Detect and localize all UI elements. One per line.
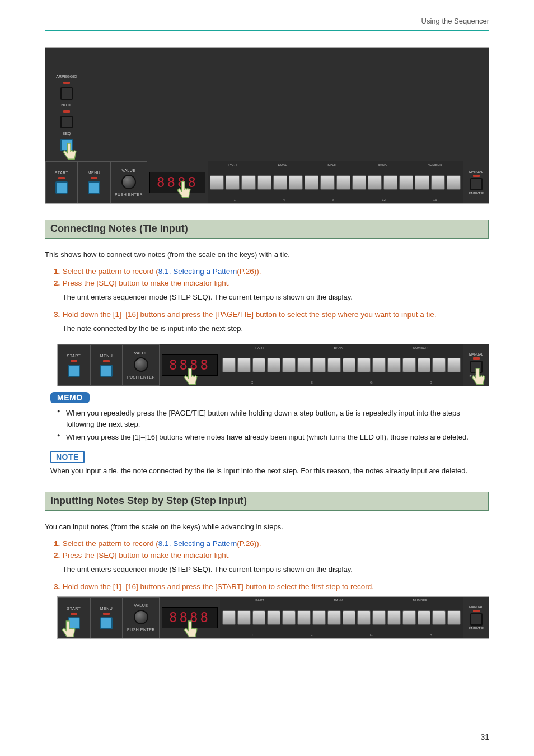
key-8 bbox=[320, 175, 334, 190]
note-label: NOTE bbox=[61, 103, 72, 107]
value-knob bbox=[134, 357, 148, 372]
key-6 bbox=[289, 175, 303, 190]
seq-label: SEQ bbox=[63, 132, 71, 136]
section1-intro: This shows how to connect two notes (fro… bbox=[45, 249, 489, 260]
value-knob bbox=[121, 175, 136, 189]
memo-list: When you repeatedly press the [PAGE/TIE]… bbox=[50, 408, 489, 443]
key-11 bbox=[368, 175, 382, 190]
start-led bbox=[58, 177, 65, 179]
step-text: Press the [SEQ] button to make the indic… bbox=[63, 551, 230, 559]
key-12 bbox=[383, 175, 397, 190]
key-14 bbox=[415, 175, 429, 190]
menu-led bbox=[91, 177, 97, 179]
menu-column: MENU bbox=[90, 597, 123, 638]
section2-steps: 1. Select the pattern to record (8.1. Se… bbox=[45, 539, 489, 591]
cursor-hand-icon bbox=[470, 367, 489, 389]
header-divider bbox=[45, 30, 489, 31]
note-badge: NOTE bbox=[50, 451, 85, 463]
value-column: VALUEPUSH ENTER bbox=[123, 344, 160, 386]
section1-steps: 1. Select the pattern to record (8.1. Se… bbox=[45, 267, 489, 338]
note-text: When you input a tie, the note connected… bbox=[50, 465, 489, 477]
key-row: PARTBANKNUMBER CEGB bbox=[220, 344, 463, 386]
value-column: VALUEPUSH ENTER bbox=[123, 597, 160, 638]
memo-item: When you press the [1]–[16] buttons wher… bbox=[66, 432, 489, 443]
key-7 bbox=[305, 175, 318, 190]
step-number: 2. bbox=[45, 279, 60, 287]
key-3 bbox=[241, 175, 255, 190]
step-number: 2. bbox=[45, 551, 60, 559]
page-tie-label: PAGE/TIE bbox=[469, 192, 484, 195]
start-column: START bbox=[45, 161, 78, 203]
section-heading-tie-input: Connecting Notes (Tie Input) bbox=[45, 220, 489, 239]
manual-button bbox=[470, 613, 483, 626]
manual-label: MANUAL bbox=[469, 170, 483, 174]
cursor-hand-icon bbox=[182, 619, 201, 642]
value-knob bbox=[134, 610, 148, 624]
link-selecting-pattern[interactable]: 8.1. Selecting a Pattern bbox=[158, 539, 237, 548]
arpeggio-led bbox=[63, 82, 70, 84]
value-label: VALUE bbox=[122, 169, 136, 172]
cursor-hand-icon bbox=[182, 367, 201, 389]
arpeggio-button bbox=[60, 87, 73, 100]
key-caps bbox=[208, 168, 463, 197]
cursor-hand-icon bbox=[175, 180, 194, 202]
start-label: START bbox=[55, 171, 69, 175]
key-15 bbox=[431, 175, 445, 190]
menu-button bbox=[100, 365, 113, 377]
value-column: VALUE PUSH ENTER bbox=[110, 161, 147, 203]
menu-column: MENU bbox=[90, 344, 123, 386]
header-section: Using the Sequencer bbox=[421, 17, 489, 25]
key-row-top-labels: PART DUAL SPLIT BANK NUMBER bbox=[208, 161, 463, 168]
step-number: 1. bbox=[45, 267, 60, 276]
step-text: Press the [SEQ] button to make the indic… bbox=[63, 279, 230, 287]
key-16 bbox=[447, 175, 461, 190]
note-led bbox=[63, 110, 70, 113]
manual-button bbox=[470, 178, 483, 190]
key-13 bbox=[399, 175, 413, 190]
key-5 bbox=[273, 175, 287, 190]
push-enter-label: PUSH ENTER bbox=[115, 192, 143, 197]
step-number: 1. bbox=[45, 539, 60, 548]
key-row-bottom-labels: 1481216 bbox=[208, 197, 463, 203]
step-text: Hold down the [1]–[16] buttons and press… bbox=[63, 310, 437, 319]
cursor-hand-icon bbox=[60, 619, 79, 642]
menu-column: MENU bbox=[78, 161, 110, 203]
manual-led bbox=[473, 175, 480, 177]
hardware-panel-figure-1: ARPEGGIO NOTE SEQ START MENU bbox=[45, 47, 489, 204]
step-number: 3. bbox=[45, 310, 60, 319]
step-subtext: The unit enters sequencer mode (STEP SEQ… bbox=[63, 565, 488, 573]
cursor-hand-icon bbox=[61, 142, 80, 164]
note-button bbox=[60, 116, 73, 128]
menu-label: MENU bbox=[88, 171, 101, 175]
menu-button bbox=[88, 181, 100, 194]
start-button bbox=[55, 181, 68, 194]
memo-badge: MEMO bbox=[50, 392, 90, 403]
key-4 bbox=[257, 175, 271, 190]
step-text: Select the pattern to record (8.1. Selec… bbox=[63, 267, 261, 276]
hardware-panel-figure-2: START MENU VALUEPUSH ENTER 8888 PARTBANK… bbox=[57, 344, 489, 386]
step-subtext: The unit enters sequencer mode (STEP SEQ… bbox=[63, 293, 488, 301]
key-10 bbox=[352, 175, 366, 190]
step-text: Select the pattern to record (8.1. Selec… bbox=[63, 539, 261, 548]
menu-button bbox=[100, 617, 113, 629]
section-heading-step-input: Inputting Notes Step by Step (Step Input… bbox=[45, 492, 489, 511]
link-selecting-pattern[interactable]: 8.1. Selecting a Pattern bbox=[158, 267, 237, 276]
manual-column: MANUAL PAGE/TIE bbox=[463, 161, 489, 203]
key-1 bbox=[210, 175, 224, 190]
page-number: 31 bbox=[480, 732, 489, 741]
key-9 bbox=[336, 175, 350, 190]
step-number: 3. bbox=[45, 582, 60, 591]
key-2 bbox=[226, 175, 240, 190]
arpeggio-label: ARPEGGIO bbox=[56, 74, 77, 78]
hardware-panel-figure-3: START MENU VALUEPUSH ENTER 8888 PARTBANK… bbox=[57, 596, 489, 639]
start-button bbox=[68, 365, 80, 377]
step-subtext: The note connected by the tie is input i… bbox=[63, 324, 488, 333]
step-text: Hold down the [1]–[16] buttons and press… bbox=[63, 582, 374, 591]
key-row: PART DUAL SPLIT BANK NUMBER 1481216 bbox=[208, 161, 463, 203]
section2-intro: You can input notes (from the scale on t… bbox=[45, 521, 489, 533]
start-column: START bbox=[58, 344, 90, 386]
memo-item: When you repeatedly press the [PAGE/TIE]… bbox=[66, 408, 489, 430]
manual-column: MANUALPAGE/TIE bbox=[463, 597, 489, 638]
key-row: PARTBANKNUMBER CEGB bbox=[220, 597, 463, 638]
